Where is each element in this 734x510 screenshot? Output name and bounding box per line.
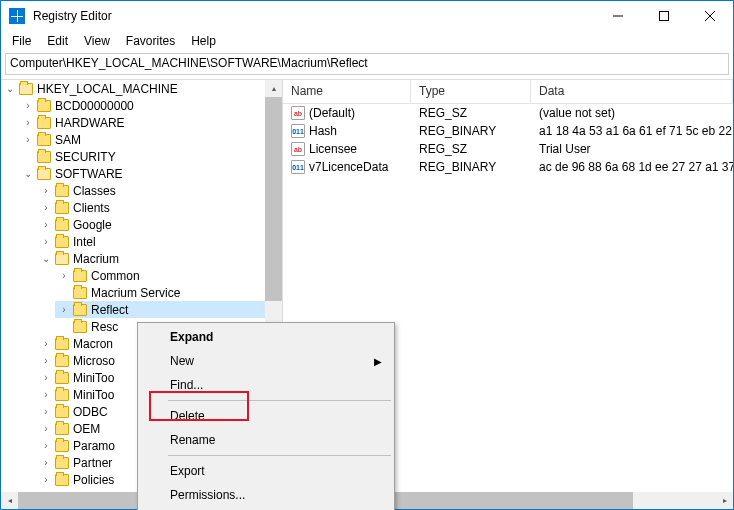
tree-node-reflect[interactable]: ›Reflect: [55, 301, 265, 318]
menu-item-rename[interactable]: Rename: [140, 428, 392, 452]
menu-item-label: Delete: [170, 409, 205, 423]
tree-label: Partner: [73, 456, 112, 470]
folder-icon: [73, 270, 87, 282]
menu-file[interactable]: File: [5, 32, 38, 50]
scroll-right-button[interactable]: ▸: [716, 492, 733, 509]
menu-item-expand[interactable]: Expand: [140, 325, 392, 349]
folder-icon: [19, 83, 33, 95]
tree-label: Microso: [73, 354, 115, 368]
value-type: REG_BINARY: [411, 123, 531, 139]
expander-icon[interactable]: ›: [21, 133, 35, 147]
minimize-button[interactable]: [595, 1, 641, 31]
svg-rect-1: [660, 12, 669, 21]
tree-node-security[interactable]: ›SECURITY: [19, 148, 265, 165]
value-data: Trial User: [531, 141, 733, 157]
folder-icon: [55, 185, 69, 197]
folder-icon: [55, 389, 69, 401]
folder-icon: [37, 134, 51, 146]
menu-separator: [168, 455, 391, 456]
expander-icon[interactable]: ›: [39, 201, 53, 215]
menu-item-delete[interactable]: Delete: [140, 404, 392, 428]
tree-label: OEM: [73, 422, 100, 436]
column-header-data[interactable]: Data: [531, 80, 733, 103]
tree-label: SECURITY: [55, 150, 116, 164]
scroll-up-button[interactable]: ▴: [265, 80, 282, 97]
menu-item-label: Export: [170, 464, 205, 478]
expander-icon[interactable]: ›: [39, 439, 53, 453]
scroll-left-button[interactable]: ◂: [1, 492, 18, 509]
expander-icon[interactable]: ›: [21, 99, 35, 113]
column-header-name[interactable]: Name: [283, 80, 411, 103]
expander-icon[interactable]: ⌄: [39, 252, 53, 266]
menu-item-label: Rename: [170, 433, 215, 447]
menu-item-find[interactable]: Find...: [140, 373, 392, 397]
tree-node-software[interactable]: ⌄SOFTWARE: [19, 165, 265, 182]
list-row[interactable]: ab(Default)REG_SZ(value not set): [283, 104, 733, 122]
expander-icon[interactable]: ›: [39, 235, 53, 249]
expander-icon[interactable]: ›: [39, 371, 53, 385]
list-row[interactable]: 011HashREG_BINARYa1 18 4a 53 a1 6a 61 ef…: [283, 122, 733, 140]
value-data: ac de 96 88 6a 68 1d ee 27 27 a1 37 59 9: [531, 159, 733, 175]
menu-edit[interactable]: Edit: [40, 32, 75, 50]
folder-icon: [37, 151, 51, 163]
tree-node-classes[interactable]: ›Classes: [37, 182, 265, 199]
tree-node-common[interactable]: ›Common: [55, 267, 265, 284]
folder-icon: [37, 168, 51, 180]
expander-icon[interactable]: ⌄: [21, 167, 35, 181]
expander-icon[interactable]: ›: [57, 269, 71, 283]
menu-item-new[interactable]: New▶: [140, 349, 392, 373]
expander-icon[interactable]: ›: [39, 422, 53, 436]
folder-icon: [55, 338, 69, 350]
list-row[interactable]: abLicenseeREG_SZTrial User: [283, 140, 733, 158]
folder-icon: [73, 321, 87, 333]
column-header-type[interactable]: Type: [411, 80, 531, 103]
tree-label: HARDWARE: [55, 116, 125, 130]
tree-node-macrium-service[interactable]: ›Macrium Service: [55, 284, 265, 301]
scroll-thumb[interactable]: [265, 97, 282, 301]
expander-icon[interactable]: ›: [39, 218, 53, 232]
tree-node-intel[interactable]: ›Intel: [37, 233, 265, 250]
menu-item-label: Find...: [170, 378, 203, 392]
folder-icon: [55, 440, 69, 452]
tree-label: Common: [91, 269, 140, 283]
tree-node-hklm[interactable]: ⌄ HKEY_LOCAL_MACHINE: [1, 80, 265, 97]
expander-icon[interactable]: ›: [39, 184, 53, 198]
folder-icon: [55, 406, 69, 418]
menu-view[interactable]: View: [77, 32, 117, 50]
tree-node-google[interactable]: ›Google: [37, 216, 265, 233]
expander-icon[interactable]: ›: [57, 303, 71, 317]
maximize-button[interactable]: [641, 1, 687, 31]
tree-label: Macrium: [73, 252, 119, 266]
folder-icon: [55, 236, 69, 248]
folder-icon: [73, 304, 87, 316]
tree-label: Intel: [73, 235, 96, 249]
folder-icon: [73, 287, 87, 299]
value-type: REG_BINARY: [411, 159, 531, 175]
folder-icon: [55, 202, 69, 214]
value-type: REG_SZ: [411, 141, 531, 157]
close-icon: [705, 11, 715, 21]
tree-node-bcd[interactable]: ›BCD00000000: [19, 97, 265, 114]
expander-icon[interactable]: ›: [39, 354, 53, 368]
tree-node-clients[interactable]: ›Clients: [37, 199, 265, 216]
address-bar[interactable]: Computer\HKEY_LOCAL_MACHINE\SOFTWARE\Mac…: [5, 53, 729, 75]
menu-help[interactable]: Help: [184, 32, 223, 50]
tree-label: HKEY_LOCAL_MACHINE: [37, 82, 178, 96]
close-button[interactable]: [687, 1, 733, 31]
expander-icon[interactable]: ›: [39, 473, 53, 487]
tree-node-hardware[interactable]: ›HARDWARE: [19, 114, 265, 131]
expander-icon[interactable]: ›: [39, 456, 53, 470]
expander-icon[interactable]: ›: [39, 337, 53, 351]
value-type: REG_SZ: [411, 105, 531, 121]
tree-node-macrium[interactable]: ⌄Macrium: [37, 250, 265, 267]
expander-icon[interactable]: ›: [39, 388, 53, 402]
value-name: Hash: [309, 124, 337, 138]
menu-favorites[interactable]: Favorites: [119, 32, 182, 50]
menu-item-permissions[interactable]: Permissions...: [140, 483, 392, 507]
expander-icon[interactable]: ⌄: [3, 82, 17, 96]
tree-node-sam[interactable]: ›SAM: [19, 131, 265, 148]
list-row[interactable]: 011v7LicenceDataREG_BINARYac de 96 88 6a…: [283, 158, 733, 176]
menu-item-export[interactable]: Export: [140, 459, 392, 483]
expander-icon[interactable]: ›: [39, 405, 53, 419]
expander-icon[interactable]: ›: [21, 116, 35, 130]
